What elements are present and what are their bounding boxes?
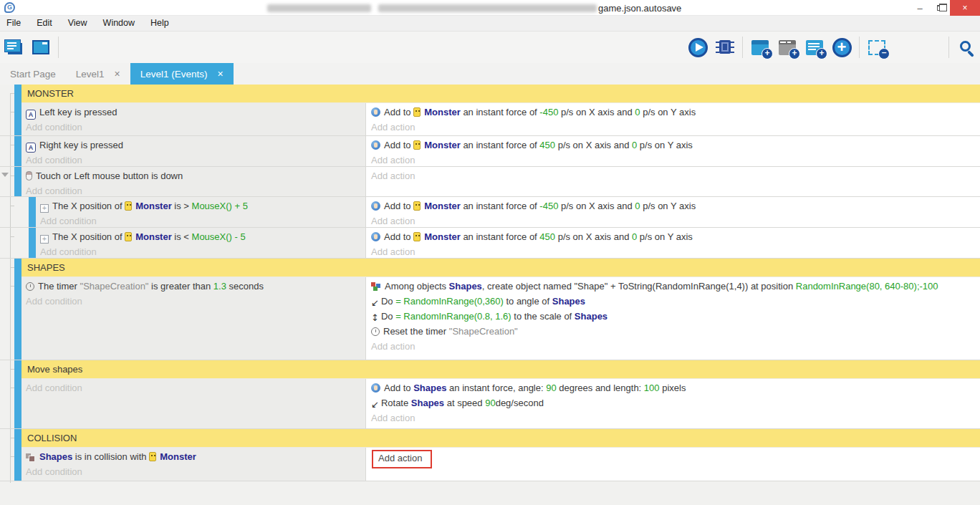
group-header[interactable]: COLLISION <box>21 429 980 448</box>
add-action-button[interactable]: Add action <box>366 339 980 354</box>
add-condition-button[interactable]: Add condition <box>36 244 365 258</box>
action-line[interactable]: Add to Monster an instant force of 450 p… <box>366 229 980 244</box>
action-line[interactable]: Add to Monster an instant force of -450 … <box>366 198 980 213</box>
event-group-row: SHAPES <box>0 259 980 277</box>
event-selector-bar[interactable] <box>29 197 36 227</box>
monster-object-icon <box>413 140 421 150</box>
condition-line[interactable]: Right key is pressed <box>21 138 365 153</box>
add-condition-button[interactable]: Add condition <box>21 153 365 166</box>
event-selector-bar[interactable] <box>14 277 21 360</box>
scene-editor-icon <box>32 40 49 54</box>
event-selector-bar[interactable] <box>14 360 21 379</box>
play-button[interactable] <box>684 34 711 61</box>
add-condition-button[interactable]: Add condition <box>21 464 365 479</box>
add-action-button[interactable]: Add action <box>366 168 980 183</box>
event-selector-bar[interactable] <box>14 103 21 135</box>
add-condition-button[interactable]: Add condition <box>36 213 365 227</box>
scene-editor-button[interactable] <box>27 34 54 61</box>
menu-item-file[interactable]: File <box>0 16 29 31</box>
minimize-button[interactable]: – <box>910 0 930 16</box>
project-manager-button[interactable] <box>0 34 27 61</box>
condition-line[interactable]: The X position of Monster is < MouseX() … <box>36 229 365 244</box>
condition-line[interactable]: Touch or Left mouse button is down <box>21 168 365 183</box>
add-comment-button[interactable] <box>774 34 801 61</box>
monster-object-icon <box>125 232 132 241</box>
event-selector-bar[interactable] <box>14 379 21 428</box>
tab-level1-events-[interactable]: Level1 (Events)× <box>130 63 234 85</box>
event-selector-bar[interactable] <box>29 228 36 258</box>
event-text: Monster <box>135 231 172 242</box>
position-icon <box>40 235 49 244</box>
add-action-button[interactable]: Add action <box>366 153 980 166</box>
event-text: p/s on X axis and <box>558 107 635 117</box>
event-text: p/s on Y axis <box>637 140 693 150</box>
event-text: p/s on X axis and <box>555 140 632 150</box>
event-selector-bar[interactable] <box>14 136 21 166</box>
action-line[interactable]: Rotate Shapes at speed 90deg/second <box>366 395 980 410</box>
window-controls: – × <box>910 0 980 16</box>
action-line[interactable]: Among objects Shapes, create object name… <box>366 279 980 294</box>
action-line[interactable]: Add to Shapes an instant force, angle: 9… <box>366 380 980 395</box>
menu-item-window[interactable]: Window <box>95 16 143 31</box>
event-selector-bar[interactable] <box>14 167 21 196</box>
add-condition-button[interactable]: Add condition <box>21 183 365 196</box>
action-line[interactable]: Do = RandomInRange(0.8, 1.6) to the scal… <box>366 309 980 324</box>
gdevelop-logo-icon: G <box>4 2 15 13</box>
keyboard-key-icon <box>26 110 36 120</box>
add-action-button[interactable]: Add action <box>366 213 980 227</box>
event-selector-bar[interactable] <box>14 429 21 448</box>
event-text: Do <box>381 311 395 322</box>
tab-close-icon[interactable]: × <box>218 68 224 80</box>
group-header[interactable]: SHAPES <box>21 259 980 277</box>
event-text: The X position of <box>52 201 125 211</box>
add-condition-button[interactable]: Add condition <box>21 120 365 135</box>
close-button[interactable]: × <box>950 0 980 16</box>
debug-button[interactable] <box>711 34 739 61</box>
add-event-button[interactable] <box>746 34 774 61</box>
event-selector-bar[interactable] <box>14 85 21 103</box>
condition-line[interactable]: Shapes is in collision with Monster <box>21 449 365 464</box>
action-line[interactable]: Reset the timer "ShapeCreation" <box>366 324 980 339</box>
add-something-button[interactable] <box>828 34 855 61</box>
add-action-button[interactable]: Add action <box>366 244 980 258</box>
tab-label: Start Page <box>10 69 56 80</box>
event-group-row: Move shapes <box>0 360 980 379</box>
add-subevent-button[interactable] <box>801 34 828 61</box>
add-action-button[interactable]: Add action <box>366 410 980 425</box>
condition-line[interactable]: Left key is pressed <box>21 105 365 120</box>
action-line[interactable]: Add to Monster an instant force of 450 p… <box>366 138 980 153</box>
condition-line[interactable]: The timer "ShapeCreation" is greater tha… <box>21 279 365 294</box>
add-condition-button[interactable]: Add condition <box>21 294 365 309</box>
action-line[interactable]: Do = RandomInRange(0,360) to angle of Sh… <box>366 294 980 309</box>
redo-button[interactable] <box>918 34 945 61</box>
collapse-arrow-icon[interactable] <box>1 173 9 177</box>
menu-item-view[interactable]: View <box>60 16 95 31</box>
undo-button[interactable] <box>890 34 918 61</box>
tab-start-page[interactable]: Start Page <box>0 63 66 85</box>
menu-item-edit[interactable]: Edit <box>29 16 60 31</box>
condition-line[interactable]: The X position of Monster is > MouseX() … <box>36 198 365 213</box>
conditions-column: The timer "ShapeCreation" is greater tha… <box>21 277 365 360</box>
event-selector-bar[interactable] <box>14 259 21 277</box>
event-text: p/s on X axis and <box>558 201 635 211</box>
group-header[interactable]: MONSTER <box>21 85 980 103</box>
event-selector-bar[interactable] <box>14 448 21 481</box>
remove-event-button[interactable] <box>863 34 890 61</box>
actions-column: Add to Monster an instant force of -450 … <box>365 103 980 135</box>
tab-level1[interactable]: Level1× <box>66 63 130 85</box>
tab-close-icon[interactable]: × <box>115 68 120 80</box>
event-text: Shapes <box>552 296 585 307</box>
search-button[interactable] <box>953 34 980 61</box>
event-text: 1.3 <box>213 281 226 292</box>
placeholder-text: Add condition <box>40 246 97 257</box>
toolbar-separator <box>948 37 949 58</box>
tab-label: Level1 (Events) <box>140 69 208 80</box>
menu-item-help[interactable]: Help <box>143 16 177 31</box>
restore-button[interactable] <box>930 0 950 16</box>
add-action-button[interactable]: Add action <box>366 449 980 464</box>
add-action-button[interactable]: Add action <box>366 120 980 135</box>
event-text: p/s on Y axis <box>637 231 693 242</box>
add-condition-button[interactable]: Add condition <box>21 380 365 395</box>
action-line[interactable]: Add to Monster an instant force of -450 … <box>366 105 980 120</box>
group-header[interactable]: Move shapes <box>21 360 980 379</box>
